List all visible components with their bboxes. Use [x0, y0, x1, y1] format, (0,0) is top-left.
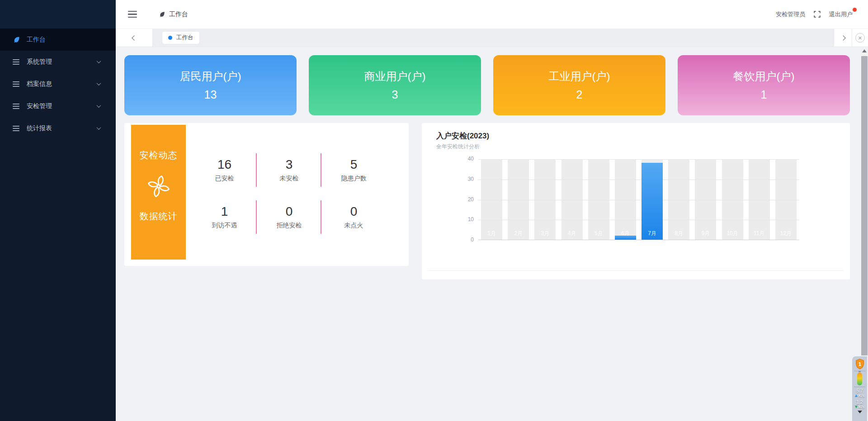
- stat-label: 未点火: [344, 222, 363, 230]
- sidebar-item-label: 工作台: [27, 36, 46, 44]
- close-circle-icon: ×: [855, 33, 865, 43]
- sidebar: 工作台 系统管理 档案信息 安检管理 统计报表: [0, 0, 116, 421]
- x-axis-label: 5月: [588, 230, 609, 237]
- x-axis-label: 10月: [722, 230, 743, 237]
- tabs-scroll-left-button[interactable]: [116, 29, 153, 47]
- banner-subtitle: 数据统计: [140, 210, 178, 222]
- menu-lines-icon: [13, 58, 21, 66]
- y-axis-tick-label: 10: [458, 216, 474, 222]
- sidebar-toggle-button[interactable]: [128, 11, 137, 18]
- sidebar-item-archive-info[interactable]: 档案信息: [0, 73, 116, 95]
- main-content: 居民用户(户) 13 商业用户(户) 3 工业用户(户) 2 餐饮用户(户) 1…: [116, 47, 868, 421]
- chart-plot: 0102030401月2月3月4月5月6月7月8月9月10月11月12月: [478, 159, 799, 240]
- tab-bar: 工作台 ×: [116, 29, 868, 47]
- stat-item-not-ignited: 0 未点火: [321, 194, 386, 241]
- upload-speed-value: 5.7: [857, 388, 863, 393]
- stat-value: 16: [217, 157, 231, 172]
- stat-card-title: 餐饮用户(户): [733, 69, 795, 84]
- gridline: [478, 159, 799, 160]
- sidebar-item-system-management[interactable]: 系统管理: [0, 51, 116, 73]
- sidebar-logo-area: [0, 0, 116, 28]
- inspection-summary-panel: 安检动态 数据统计 16 已安检 3 未安检: [124, 123, 409, 266]
- stat-value: 5: [350, 157, 358, 172]
- stat-card-title: 商业用户(户): [364, 69, 426, 84]
- inspection-banner: 安检动态 数据统计: [131, 125, 186, 260]
- stat-item-not-inspected: 3 未安检: [257, 147, 321, 194]
- y-axis-tick-label: 40: [458, 156, 474, 162]
- download-speed-row: K/s: [855, 405, 864, 409]
- logout-button[interactable]: 退出用户: [829, 10, 853, 19]
- inspection-chart-panel: 入户安检(2023) 全年安检统计分析 0102030401月2月3月4月5月6…: [422, 123, 850, 279]
- upload-speed-unit: K/s: [859, 393, 864, 398]
- chevron-down-icon: [97, 125, 101, 130]
- sidebar-item-statistics-report[interactable]: 统计报表: [0, 117, 116, 139]
- stat-card-catering-users: 餐饮用户(户) 1: [678, 55, 850, 115]
- sidebar-item-label: 统计报表: [27, 124, 52, 132]
- page-title: 工作台: [169, 10, 188, 19]
- stat-card-title: 居民用户(户): [180, 69, 241, 84]
- sidebar-item-label: 安检管理: [27, 102, 52, 110]
- chart-bar-7月[interactable]: [642, 163, 663, 240]
- shield-count: 1: [858, 361, 861, 367]
- x-axis-label: 12月: [775, 230, 797, 237]
- close-tabs-button[interactable]: ×: [852, 29, 868, 47]
- user-name[interactable]: 安检管理员: [776, 10, 805, 19]
- security-shield-icon[interactable]: 1: [855, 359, 865, 369]
- stat-label: 已安检: [215, 175, 234, 183]
- upload-speed-row: K/s: [855, 393, 864, 398]
- menu-lines-icon: [13, 124, 21, 132]
- stat-value: 0: [286, 204, 293, 219]
- stat-card-resident-users: 居民用户(户) 13: [124, 55, 297, 115]
- widget-collapse-button[interactable]: [858, 411, 862, 413]
- panel-divider: [428, 270, 844, 271]
- chevron-down-icon: [97, 103, 101, 108]
- leaf-icon: [159, 11, 165, 18]
- notification-dot: [853, 8, 857, 12]
- stat-value: 1: [221, 204, 228, 219]
- y-axis-tick-label: 20: [458, 196, 474, 203]
- y-axis-tick-label: 30: [458, 176, 474, 182]
- menu-lines-icon: [13, 80, 21, 88]
- x-axis-label: 4月: [561, 230, 583, 237]
- scroll-up-arrow[interactable]: [862, 49, 867, 52]
- chevron-left-icon: [132, 35, 137, 40]
- chart-subtitle: 全年安检统计分析: [436, 143, 480, 151]
- active-tab-dot-icon: [168, 36, 172, 40]
- stat-card-commercial-users: 商业用户(户) 3: [309, 55, 481, 115]
- chevron-down-icon: [97, 59, 101, 63]
- tab-label: 工作台: [176, 34, 193, 42]
- network-monitor-widget[interactable]: 1 5.7 K/s 1.2 K/s: [852, 356, 867, 421]
- stat-item-hazard-households: 5 隐患户数: [321, 147, 386, 194]
- menu-lines-icon: [13, 102, 21, 110]
- x-axis-label: 1月: [481, 230, 502, 237]
- x-axis-label: 8月: [668, 230, 689, 237]
- upload-arrow-icon: [855, 394, 858, 397]
- tab-workbench[interactable]: 工作台: [162, 32, 199, 44]
- sidebar-item-workbench[interactable]: 工作台: [0, 28, 116, 51]
- top-header: 工作台 安检管理员 退出用户: [116, 0, 868, 29]
- stat-card-value: 1: [761, 88, 767, 101]
- tabs-scroll-right-button[interactable]: [834, 29, 852, 47]
- chevron-right-icon: [840, 35, 845, 40]
- stat-item-refused: 0 拒绝安检: [257, 194, 321, 241]
- x-axis-label: 6月: [615, 230, 636, 237]
- stat-label: 未安检: [280, 175, 299, 183]
- chart-title: 入户安检(2023): [436, 131, 489, 141]
- stat-item-visit-missed: 1 到访不遇: [192, 194, 257, 241]
- download-speed-unit: K/s: [859, 405, 864, 409]
- stat-card-title: 工业用户(户): [549, 69, 610, 84]
- stat-value: 0: [350, 204, 358, 219]
- x-axis-label: 3月: [534, 230, 556, 237]
- banner-title: 安检动态: [140, 149, 178, 161]
- logout-label: 退出用户: [829, 11, 853, 18]
- stat-item-inspected: 16 已安检: [192, 147, 257, 194]
- scrollbar-thumb[interactable]: [861, 56, 868, 355]
- gridline: [478, 220, 799, 220]
- sidebar-item-inspection-management[interactable]: 安检管理: [0, 95, 116, 117]
- download-speed-value: 1.2: [857, 400, 863, 405]
- fullscreen-icon[interactable]: [813, 10, 821, 18]
- stat-card-value: 2: [576, 88, 583, 101]
- stat-value: 3: [286, 157, 293, 172]
- chevron-down-icon: [97, 81, 101, 85]
- stat-card-value: 3: [392, 88, 398, 101]
